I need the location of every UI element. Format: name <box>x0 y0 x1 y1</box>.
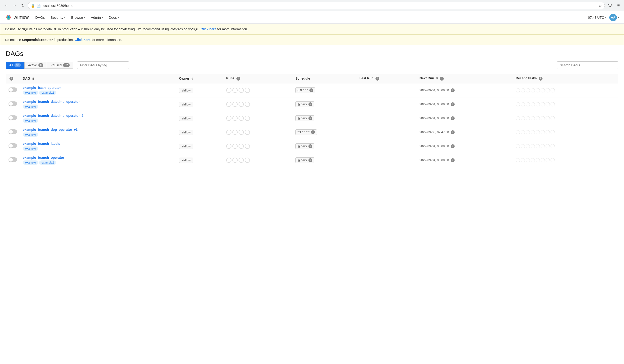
runs-cell-0 <box>223 83 293 97</box>
task-circle <box>516 116 520 120</box>
task-circle <box>550 102 555 106</box>
dag-link-example_branch_datetime_operator[interactable]: example_branch_datetime_operator <box>23 100 79 104</box>
th-dag[interactable]: DAG ⇅ <box>20 74 176 83</box>
schedule-info-icon[interactable]: i <box>309 158 312 162</box>
schedule-info-icon[interactable]: i <box>309 88 313 92</box>
run-circles-1 <box>226 102 290 107</box>
task-circle <box>536 158 540 162</box>
dag-tag[interactable]: example2 <box>39 160 56 165</box>
dag-tag[interactable]: example2 <box>39 91 56 95</box>
th-lastrun: Last Run i <box>357 74 417 83</box>
alert-sqlite-link[interactable]: Click here <box>200 27 216 31</box>
nav-logo[interactable]: Airflow <box>5 14 29 21</box>
nextrun-cell-3: 2022-09-05, 07:47:00 i <box>417 125 513 139</box>
page-icon: 📄 <box>37 4 41 8</box>
nextrun-row-info-icon[interactable]: i <box>451 102 455 106</box>
alert-executor-bold: SequentialExecutor <box>22 38 53 42</box>
back-button[interactable]: ← <box>3 3 9 9</box>
url-input[interactable] <box>43 4 597 8</box>
nav-docs[interactable]: Docs ▾ <box>106 11 122 24</box>
run-circle <box>245 130 250 135</box>
th-owner[interactable]: Owner ⇅ <box>176 74 223 83</box>
filter-tags-input[interactable] <box>77 61 129 69</box>
dag-toggle-example_branch_datetime_operator[interactable] <box>8 102 17 106</box>
runs-info-icon[interactable]: i <box>236 77 240 80</box>
nextrun-row-info-icon[interactable]: i <box>451 158 455 162</box>
run-circle <box>238 144 244 149</box>
dag-tag[interactable]: example <box>23 146 38 151</box>
dag-tag[interactable]: example <box>23 119 38 123</box>
run-circle <box>238 102 244 107</box>
dag-link-example_bash_operator[interactable]: example_bash_operator <box>23 86 61 90</box>
menu-button[interactable]: ≡ <box>616 2 621 9</box>
nav-dags[interactable]: DAGs <box>32 11 48 24</box>
runs-cell-2 <box>223 111 293 125</box>
nav-admin[interactable]: Admin ▾ <box>88 11 106 24</box>
firefox-account-button[interactable]: 🛡 <box>607 2 614 9</box>
task-circle <box>521 158 525 162</box>
dag-toggle-example_branch_labels[interactable] <box>8 143 17 148</box>
browser-chrome: ← → ↻ 🔒 📄 ☆ 🛡 ≡ <box>0 0 624 11</box>
th-nextrun[interactable]: Next Run ⇅ i <box>417 74 513 83</box>
tab-active[interactable]: Active 0 <box>25 62 47 69</box>
security-icon: 🔒 <box>31 4 35 8</box>
recenttasks-info-icon[interactable]: i <box>539 77 543 80</box>
schedule-info-icon[interactable]: i <box>311 130 315 134</box>
forward-button[interactable]: → <box>11 3 18 9</box>
search-dags-input[interactable] <box>557 61 618 69</box>
owner-badge-0: airflow <box>179 88 193 93</box>
task-circle <box>516 88 520 92</box>
nextrun-row-info-icon[interactable]: i <box>451 130 455 134</box>
run-circles-3 <box>226 130 290 135</box>
task-circle <box>516 102 520 106</box>
dag-toggle-example_branch_operator[interactable] <box>8 157 17 162</box>
dag-toggle-example_branch_dop_operator_v3[interactable] <box>8 130 17 134</box>
task-circle <box>531 130 535 134</box>
run-circles-2 <box>226 116 290 121</box>
nextrun-info-icon[interactable]: i <box>440 77 444 80</box>
lastrun-cell-0 <box>357 83 417 97</box>
dag-toggle-example_bash_operator[interactable] <box>8 87 17 92</box>
toggle-cell-5 <box>6 153 20 167</box>
nextrun-row-info-icon[interactable]: i <box>451 116 455 120</box>
recent-tasks-4 <box>516 144 616 148</box>
schedule-badge-0: 0 0 * * * i <box>295 87 315 93</box>
nav-security[interactable]: Security ▾ <box>48 11 68 24</box>
alert-sqlite-bold: SQLite <box>22 27 33 31</box>
nextrun-row-info-icon[interactable]: i <box>451 144 455 148</box>
run-circle <box>245 116 250 121</box>
run-circle <box>238 116 244 121</box>
lastrun-info-icon[interactable]: i <box>375 77 379 80</box>
dag-link-example_branch_dop_operator_v3[interactable]: example_branch_dop_operator_v3 <box>23 128 78 131</box>
schedule-cell-1: @daily i <box>293 97 357 111</box>
tab-paused[interactable]: Paused 32 <box>47 62 73 69</box>
alert-executor-link[interactable]: Click here <box>75 38 90 42</box>
user-menu[interactable]: AA ▾ <box>609 14 619 21</box>
dag-tag[interactable]: example <box>23 91 38 95</box>
timezone-selector[interactable]: 07:48 UTC ▾ <box>588 16 606 19</box>
dag-link-example_branch_datetime_operator_2[interactable]: example_branch_datetime_operator_2 <box>23 114 83 118</box>
nextrun-cell-5: 2022-09-04, 00:00:00 i <box>417 153 513 167</box>
task-circle <box>531 144 535 148</box>
schedule-info-icon[interactable]: i <box>309 144 312 148</box>
alert-sqlite-text-middle: as metadata DB in production – it should… <box>34 27 201 31</box>
schedule-info-icon[interactable]: i <box>309 116 312 120</box>
dag-col-info-icon[interactable]: i <box>9 77 13 80</box>
nav-browse[interactable]: Browse ▾ <box>68 11 88 24</box>
refresh-button[interactable]: ↻ <box>20 2 26 9</box>
runs-cell-4 <box>223 139 293 153</box>
lastrun-cell-5 <box>357 153 417 167</box>
bookmark-icon[interactable]: ☆ <box>598 3 602 8</box>
dag-name-cell-2: example_branch_datetime_operator_2exampl… <box>20 111 176 125</box>
tab-all[interactable]: All 32 <box>6 62 25 69</box>
dag-link-example_branch_operator[interactable]: example_branch_operator <box>23 156 64 159</box>
dag-tag[interactable]: example <box>23 160 38 165</box>
task-circle <box>550 158 555 162</box>
schedule-info-icon[interactable]: i <box>309 102 312 106</box>
nextrun-row-info-icon[interactable]: i <box>451 88 455 92</box>
nextrun-date-3: 2022-09-05, 07:47:00 <box>419 130 449 134</box>
dag-toggle-example_branch_datetime_operator_2[interactable] <box>8 115 17 120</box>
dag-tag[interactable]: example <box>23 104 38 109</box>
dag-tag[interactable]: example <box>23 132 38 137</box>
dag-link-example_branch_labels[interactable]: example_branch_labels <box>23 142 60 146</box>
